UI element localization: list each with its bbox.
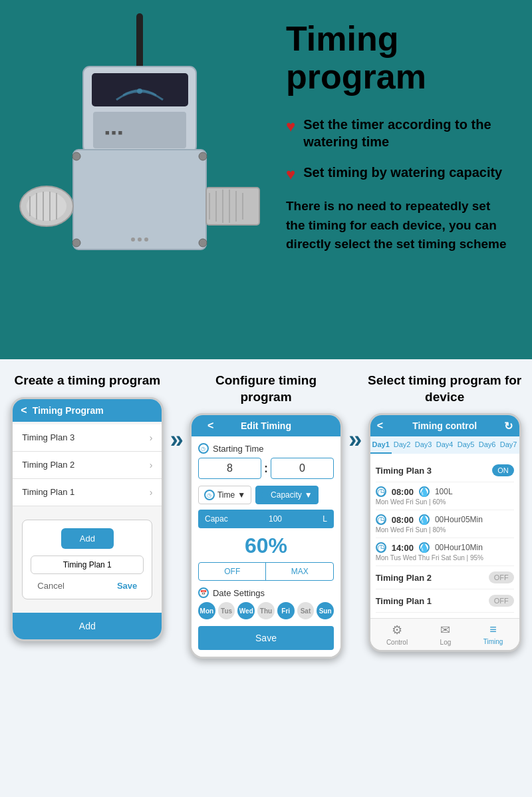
log-icon: ✉ — [440, 623, 450, 637]
toggle-off-1[interactable]: OFF — [489, 595, 514, 607]
entry-clock-icon-3: ◷ — [376, 542, 386, 553]
p1-action-row: Cancel Save — [31, 581, 144, 591]
feature-text-1: Set the timer according to the watering … — [303, 116, 512, 150]
tab-day6[interactable]: Day6 — [477, 436, 498, 454]
phones-row: Create a timing program < Timing Program… — [10, 373, 522, 659]
p2-body: ◷ Starting Time 8 : 0 ◷ Time ▼ — [192, 436, 340, 657]
svg-point-21 — [199, 152, 207, 160]
p3-header-title: Timing control — [412, 420, 477, 431]
p3-header: < Timing control ↻ — [370, 415, 519, 436]
arrow-1: » — [170, 373, 184, 454]
right-content: Timing program ♥ Set the timer according… — [279, 0, 532, 267]
timing-plan-3-row: Timing Plan 3 ON — [376, 459, 514, 482]
phone-mockup-1: < Timing Program Timing Plan 3 › Timing … — [11, 397, 164, 641]
svg-rect-0 — [136, 13, 143, 73]
entry-capacity-3: 00Hour10Min — [435, 543, 483, 552]
hour-input[interactable]: 8 — [198, 458, 261, 479]
day-fri[interactable]: Fri — [277, 602, 295, 619]
entry-capacity-1: 100L — [435, 487, 453, 496]
svg-point-23 — [199, 239, 207, 247]
entry-time-1: 08:00 — [392, 487, 414, 497]
tab-day4[interactable]: Day4 — [434, 436, 456, 454]
refresh-icon[interactable]: ↻ — [504, 420, 513, 432]
days-row: Mon Tus Wed Thu Fri Sat Sun — [198, 602, 334, 619]
tab-day2[interactable]: Day2 — [392, 436, 413, 454]
entry-schedule-2: Mon Wed Fri Sun | 80% — [376, 526, 514, 534]
footer-tab-timing[interactable]: ≡ Timing — [483, 623, 503, 646]
phone-column-2: Configure timing program < Edit Timing ◷… — [189, 373, 344, 659]
feature-text-2: Set timing by watering capacity — [303, 164, 502, 181]
max-button[interactable]: MAX — [266, 563, 333, 580]
clock-icon-small: ◷ — [204, 490, 215, 500]
day-tus[interactable]: Tus — [218, 602, 235, 619]
starting-time-label: ◷ Starting Time — [198, 443, 334, 454]
day-mon[interactable]: Mon — [198, 602, 215, 619]
phone-column-3: Select timing program for device < Timin… — [367, 373, 522, 652]
p1-back-icon[interactable]: < — [21, 404, 27, 416]
top-section: ■ ■ ■ — [0, 0, 532, 359]
p1-footer-add[interactable]: Add — [13, 613, 162, 639]
feature-item-1: ♥ Set the timer according to the waterin… — [286, 116, 512, 150]
timing-entry-2: ◷ 08:00 💧 00Hour05Min Mon Wed Fri Sun | … — [376, 510, 514, 538]
tab-day3[interactable]: Day3 — [413, 436, 434, 454]
save-button[interactable]: Save — [117, 581, 137, 591]
footer-tab-log[interactable]: ✉ Log — [440, 623, 452, 646]
bottom-section: Create a timing program < Timing Program… — [0, 359, 532, 797]
p2-save-button[interactable]: Save — [198, 626, 334, 650]
time-type-button[interactable]: ◷ Time ▼ — [198, 486, 251, 504]
timing-entry-3: ◷ 14:00 💧 00Hour10Min Mon Tus Wed Thu Fr… — [376, 538, 514, 566]
list-item[interactable]: Timing Plan 2 › — [13, 452, 162, 479]
p1-list: Timing Plan 3 › Timing Plan 2 › Timing P… — [13, 422, 162, 509]
tab-day7[interactable]: Day7 — [498, 436, 519, 454]
heart-icon-2: ♥ — [286, 165, 295, 184]
plan-name-input[interactable] — [31, 556, 144, 574]
day-thu[interactable]: Thu — [257, 602, 275, 619]
add-button[interactable]: Add — [61, 528, 114, 549]
svg-rect-13 — [206, 188, 259, 225]
phone-mockup-2: < Edit Timing ◷ Starting Time 8 : 0 — [190, 413, 342, 659]
plan-name-2: Timing Plan 2 — [376, 573, 432, 583]
footer-tab-control[interactable]: ⚙ Control — [386, 623, 408, 646]
toggle-on-3[interactable]: ON — [492, 464, 514, 476]
entry-capacity-icon: 💧 — [419, 486, 430, 497]
tab-day1[interactable]: Day1 — [370, 436, 392, 454]
p3-back-icon[interactable]: < — [377, 420, 383, 432]
dot-icon — [261, 492, 268, 498]
capacity-type-button[interactable]: Capacity ▼ — [255, 486, 319, 504]
p3-footer: ⚙ Control ✉ Log ≡ Timing — [370, 618, 519, 650]
off-button[interactable]: OFF — [199, 563, 266, 580]
minute-input[interactable]: 0 — [271, 458, 334, 479]
svg-point-26 — [144, 238, 148, 241]
days-tab-row: Day1 Day2 Day3 Day4 Day5 Day6 Day7 — [370, 436, 519, 454]
cancel-button[interactable]: Cancel — [37, 581, 64, 591]
svg-point-25 — [138, 238, 142, 241]
p2-back-icon[interactable]: < — [207, 420, 213, 432]
svg-text:■ ■ ■: ■ ■ ■ — [105, 128, 122, 136]
p1-header: < Timing Program — [13, 399, 162, 422]
date-settings-label: 📅 Date Settings — [198, 587, 334, 598]
phone-label-2: Configure timing program — [189, 373, 344, 405]
svg-point-24 — [131, 238, 135, 241]
chevron-icon: › — [150, 460, 153, 470]
feature-item-2: ♥ Set timing by watering capacity — [286, 164, 512, 184]
day-sat[interactable]: Sat — [297, 602, 315, 619]
device-image-area: ■ ■ ■ — [0, 0, 279, 359]
tab-day5[interactable]: Day5 — [456, 436, 477, 454]
capacity-slider[interactable]: Capac 100 L — [198, 510, 334, 528]
page-title: Timing program — [286, 20, 512, 96]
forward-arrow-icon-2: » — [348, 426, 362, 454]
toggle-off-2[interactable]: OFF — [489, 571, 514, 583]
forward-arrow-icon: » — [170, 426, 184, 454]
type-row: ◷ Time ▼ Capacity ▼ — [198, 486, 334, 504]
list-item[interactable]: Timing Plan 3 › — [13, 424, 162, 452]
list-item[interactable]: Timing Plan 1 › — [13, 479, 162, 506]
plan-name-3: Timing Plan 3 — [376, 466, 432, 476]
entry-capacity-icon-3: 💧 — [419, 542, 430, 553]
phone-label-1: Create a timing program — [15, 373, 161, 389]
p2-header-wrap: < Edit Timing — [200, 420, 332, 431]
day-wed[interactable]: Wed — [237, 602, 255, 619]
entry-schedule-1: Mon Wed Fri Sun | 60% — [376, 498, 514, 506]
entry-clock-icon: ◷ — [376, 486, 386, 497]
day-sun[interactable]: Sun — [317, 602, 334, 619]
timing-entry-1: ◷ 08:00 💧 100L Mon Wed Fri Sun | 60% — [376, 482, 514, 510]
